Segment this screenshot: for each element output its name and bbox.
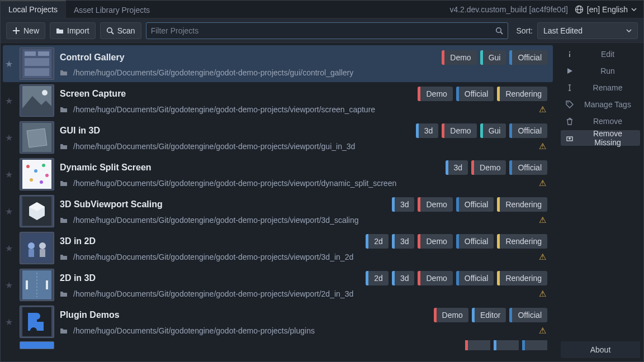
project-tag[interactable]: Demo	[471, 160, 506, 175]
project-title: 2D in 3D	[60, 273, 96, 283]
favorite-star-icon[interactable]: ★	[4, 96, 14, 106]
tag-label: Demo	[444, 126, 476, 135]
project-row[interactable]: ★GUI in 3D3dDemoGuiOfficial/home/hugo/Do…	[3, 119, 553, 156]
project-row[interactable]: ★Dynamic Split Screen3dDemoOfficial/home…	[3, 156, 553, 193]
project-tag[interactable]: Demo	[442, 123, 476, 138]
remove-missing-button[interactable]: Remove Missing	[561, 130, 640, 146]
sort-label: Sort:	[516, 26, 533, 35]
favorite-star-icon[interactable]: ★	[4, 169, 14, 180]
project-title: Screen Capture	[60, 89, 126, 99]
info-icon	[565, 50, 574, 58]
rename-icon	[565, 84, 574, 92]
project-tag[interactable]: Official	[456, 87, 494, 101]
project-tag[interactable]: 3d	[392, 271, 415, 285]
project-tag[interactable]: Official	[456, 197, 494, 212]
project-tag[interactable]: Demo	[418, 87, 452, 101]
favorite-star-icon[interactable]: ★	[4, 132, 14, 143]
svg-point-22	[40, 180, 43, 184]
project-tag[interactable]: Rendering	[497, 197, 547, 212]
remove-button[interactable]: Remove	[561, 113, 640, 129]
manage-tags-button[interactable]: Manage Tags	[561, 97, 640, 112]
tag-label: Official	[459, 274, 494, 283]
project-row[interactable]: ★3D in 2D2d3dDemoOfficialRendering/home/…	[3, 230, 553, 266]
project-title: GUI in 3D	[60, 126, 100, 136]
tag-label: Official	[512, 163, 547, 172]
warning-icon: ⚠	[539, 141, 547, 151]
svg-rect-34	[46, 280, 48, 289]
svg-point-23	[45, 174, 49, 177]
project-tag[interactable]: Official	[509, 308, 547, 322]
project-row[interactable]: ★Control GalleryDemoGuiOfficial/home/hug…	[3, 45, 553, 82]
chevron-down-icon	[626, 28, 632, 34]
favorite-star-icon[interactable]: ★	[4, 317, 14, 327]
language-selector[interactable]: [en] English	[575, 5, 637, 14]
about-button[interactable]: About	[561, 341, 640, 358]
scan-button[interactable]: Scan	[100, 22, 141, 39]
remove-missing-icon	[565, 134, 574, 142]
project-tag[interactable]: Demo	[442, 50, 476, 65]
folder-icon	[56, 27, 64, 35]
favorite-star-icon[interactable]: ★	[4, 206, 14, 217]
import-button[interactable]: Import	[50, 22, 96, 39]
project-tag[interactable]: Editor	[472, 308, 506, 322]
run-button[interactable]: Run	[561, 63, 640, 79]
project-tag[interactable]: 3d	[392, 197, 415, 212]
project-row[interactable]: ★3D SubViewport Scaling3dDemoOfficialRen…	[3, 193, 553, 230]
folder-icon	[60, 69, 68, 77]
project-title: Control Gallery	[60, 53, 125, 63]
project-tag[interactable]: 3d	[392, 234, 415, 249]
tab-bar: Local Projects Asset Library Projects v4…	[1, 1, 643, 18]
project-tag[interactable]: 2d	[366, 234, 389, 249]
project-path: /home/hugo/Documents/Git/godotengine/god…	[73, 142, 355, 151]
project-tag[interactable]: Demo	[434, 308, 468, 322]
project-tag[interactable]: Official	[509, 50, 547, 65]
project-tag[interactable]: 2d	[366, 271, 389, 285]
rename-button[interactable]: Rename	[561, 80, 640, 96]
sort-dropdown[interactable]: Last Edited	[537, 22, 638, 39]
project-list[interactable]: ★Control GalleryDemoGuiOfficial/home/hug…	[1, 43, 557, 361]
project-tag[interactable]: Official	[509, 123, 547, 138]
project-tag[interactable]: Official	[456, 234, 494, 249]
project-tag[interactable]: Gui	[480, 123, 506, 138]
warning-icon: ⚠	[539, 326, 547, 336]
project-tag[interactable]: Rendering	[497, 234, 547, 249]
favorite-star-icon[interactable]: ★	[4, 243, 14, 254]
project-row[interactable]: ★Screen CaptureDemoOfficialRendering/hom…	[3, 82, 553, 119]
svg-point-21	[30, 178, 33, 182]
import-label: Import	[67, 26, 89, 35]
edit-button[interactable]: Edit	[561, 46, 640, 62]
tab-asset-library[interactable]: Asset Library Projects	[66, 1, 158, 18]
filter-input[interactable]	[151, 26, 493, 35]
project-row[interactable]: ★2D in 3D2d3dDemoOfficialRendering/home/…	[3, 266, 553, 303]
project-path: /home/hugo/Documents/Git/godotengine/god…	[73, 216, 359, 225]
plus-icon	[12, 27, 20, 35]
project-tag[interactable]: Gui	[480, 50, 506, 65]
project-row[interactable]: ★Plugin DemosDemoEditorOfficial/home/hug…	[3, 303, 553, 340]
project-thumbnail	[20, 306, 54, 338]
tag-label: Official	[459, 200, 494, 209]
project-path: /home/hugo/Documents/Git/godotengine/god…	[73, 326, 315, 335]
filter-field[interactable]	[146, 22, 509, 39]
tab-local-projects[interactable]: Local Projects	[1, 1, 66, 18]
project-tag[interactable]: Official	[509, 160, 547, 175]
project-tag[interactable]: 3d	[416, 123, 439, 138]
project-tag[interactable]: Demo	[418, 197, 452, 212]
folder-icon	[60, 142, 68, 150]
project-title: Plugin Demos	[60, 310, 120, 320]
folder-icon	[60, 290, 68, 298]
project-tag[interactable]: Demo	[418, 234, 452, 249]
project-tag[interactable]: Demo	[418, 271, 452, 285]
project-tag[interactable]: Official	[456, 271, 494, 285]
toolbar: New Import Scan Sort: Last Edited	[1, 18, 643, 43]
favorite-star-icon[interactable]: ★	[4, 280, 14, 290]
tag-icon	[565, 101, 574, 108]
tag-label: 2d	[368, 237, 389, 246]
project-tag[interactable]: 3d	[446, 160, 468, 175]
edit-label: Edit	[580, 50, 636, 59]
new-button[interactable]: New	[6, 22, 45, 39]
project-path: /home/hugo/Documents/Git/godotengine/god…	[73, 253, 353, 261]
project-tag[interactable]: Rendering	[497, 271, 547, 285]
favorite-star-icon[interactable]: ★	[4, 59, 14, 69]
project-tag[interactable]: Rendering	[497, 87, 547, 101]
scan-label: Scan	[117, 26, 135, 35]
